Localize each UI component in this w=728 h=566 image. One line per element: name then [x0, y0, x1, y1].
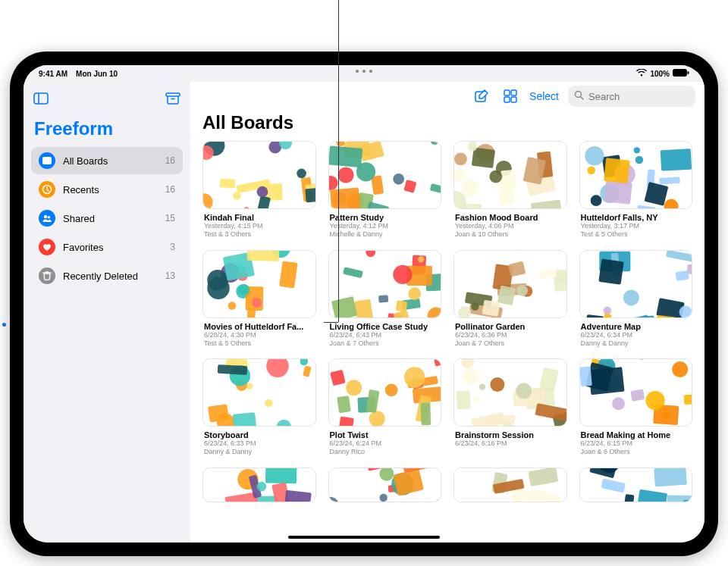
svg-rect-85 — [660, 149, 691, 170]
sidebar-item-all-boards[interactable]: All Boards 16 — [31, 147, 183, 174]
svg-point-176 — [346, 380, 362, 396]
page-title: All Boards — [202, 112, 692, 133]
board-card[interactable]: Brainstorm Session 6/23/24, 6:16 PM — [453, 358, 567, 457]
svg-point-96 — [238, 284, 249, 296]
board-card[interactable]: Storyboard 6/23/24, 6:33 PM Danny & Dann… — [202, 358, 316, 457]
svg-point-133 — [516, 285, 528, 296]
svg-rect-168 — [218, 364, 248, 375]
callout-line — [324, 322, 338, 323]
board-card[interactable]: Pollinator Garden 6/23/24, 6:36 PM Joan … — [453, 250, 567, 349]
board-collaborators: Joan & 7 Others — [330, 339, 441, 348]
svg-point-147 — [603, 306, 611, 314]
board-card[interactable] — [328, 467, 442, 502]
svg-rect-80 — [604, 180, 632, 205]
svg-point-118 — [417, 256, 423, 262]
svg-rect-84 — [604, 158, 630, 183]
board-date: 6/23/24, 6:34 PM — [581, 331, 692, 339]
board-card[interactable] — [453, 467, 567, 502]
svg-rect-2 — [34, 93, 48, 104]
board-thumbnail — [453, 250, 567, 318]
multitask-dots[interactable] — [356, 70, 372, 73]
search-box[interactable] — [568, 86, 695, 107]
board-date: Yesterday, 4:15 PM — [204, 222, 315, 230]
board-card[interactable]: Pattern Study Yesterday, 4:12 PM Michell… — [328, 141, 442, 239]
board-card[interactable]: Adventure Map 6/23/24, 6:34 PM Danny & D… — [579, 250, 693, 349]
svg-rect-11 — [504, 90, 510, 95]
board-title: Plot Twist — [330, 430, 441, 439]
board-thumbnail — [202, 358, 316, 427]
board-card[interactable]: Fashion Mood Board Yesterday, 4:06 PM Jo… — [453, 141, 567, 239]
board-card[interactable]: Plot Twist 6/23/24, 6:24 PM Danny Rico — [328, 358, 442, 457]
svg-rect-6 — [42, 157, 52, 164]
sidebar-item-recents[interactable]: Recents 16 — [31, 176, 183, 203]
svg-point-33 — [257, 186, 268, 198]
board-card[interactable]: Kindah Final Yesterday, 4:15 PM Test & 3… — [202, 141, 316, 239]
new-board-button[interactable] — [472, 86, 491, 106]
view-grid-button[interactable] — [500, 86, 520, 106]
board-date: Yesterday, 4:06 PM — [455, 222, 566, 230]
svg-rect-165 — [233, 412, 257, 426]
sidebar-item-recently-deleted[interactable]: Recently Deleted 13 — [31, 262, 183, 289]
svg-rect-35 — [220, 179, 236, 189]
svg-point-183 — [404, 367, 425, 387]
sidebar-item-favorites[interactable]: Favorites 3 — [31, 233, 183, 261]
board-thumbnail — [328, 250, 442, 318]
svg-point-55 — [461, 179, 479, 196]
svg-point-50 — [337, 167, 353, 183]
svg-point-184 — [384, 383, 397, 396]
svg-point-86 — [635, 156, 643, 164]
board-date: 6/23/24, 6:36 PM — [455, 331, 566, 339]
board-date: Yesterday, 4:12 PM — [330, 222, 441, 230]
svg-rect-58 — [472, 148, 495, 169]
board-collaborators: Test & 5 Others — [581, 230, 692, 239]
home-indicator[interactable] — [288, 536, 440, 539]
svg-point-67 — [468, 142, 478, 151]
callout-line — [338, 0, 339, 322]
svg-rect-135 — [482, 299, 500, 316]
board-collaborators: Test & 3 Others — [204, 230, 315, 239]
board-collaborators: Danny & Danny — [204, 448, 315, 456]
board-card[interactable]: Movies of Hutteldorf Fa... 6/28/24, 4:30… — [202, 250, 316, 349]
sidebar-toggle-button[interactable] — [31, 89, 51, 108]
board-card[interactable]: Bread Making at Home 6/23/24, 6:15 PM Jo… — [579, 358, 693, 457]
ipad-frame: 9:41 AM Mon Jun 10 100% — [10, 52, 718, 556]
svg-line-16 — [581, 97, 584, 100]
archive-button[interactable] — [163, 89, 183, 108]
svg-point-231 — [257, 481, 267, 491]
board-collaborators: Joan & 6 Others — [581, 448, 692, 456]
svg-rect-4 — [166, 93, 180, 96]
sidebar-item-count: 13 — [165, 270, 175, 281]
wifi-icon — [636, 69, 647, 78]
sidebar-item-icon — [39, 210, 55, 227]
svg-point-152 — [623, 289, 639, 305]
svg-point-101 — [207, 270, 228, 290]
sidebar-item-icon — [39, 152, 55, 169]
select-button[interactable]: Select — [529, 90, 559, 102]
sidebar-item-icon — [39, 181, 55, 198]
board-thumbnail — [579, 467, 693, 502]
board-collaborators: Danny Rico — [330, 448, 441, 456]
svg-rect-127 — [565, 317, 566, 317]
board-date: Yesterday, 3:17 PM — [581, 222, 692, 230]
svg-point-218 — [612, 397, 625, 410]
svg-point-98 — [252, 297, 262, 307]
board-collaborators: Joan & 7 Others — [455, 339, 566, 348]
sidebar-item-shared[interactable]: Shared 15 — [31, 205, 183, 232]
sidebar-item-icon — [39, 267, 55, 284]
board-card[interactable]: The Student Chronicle — [579, 467, 693, 502]
board-card[interactable] — [202, 467, 316, 502]
svg-point-193 — [490, 377, 504, 392]
app-title: Freeform — [34, 118, 180, 139]
board-thumbnail — [202, 250, 316, 318]
svg-point-28 — [297, 169, 306, 179]
board-card[interactable]: Living Office Case Study 6/23/24, 6:43 P… — [328, 250, 442, 349]
svg-point-78 — [633, 147, 639, 153]
svg-rect-0 — [673, 70, 687, 77]
svg-point-60 — [454, 153, 467, 166]
status-bar: 9:41 AM Mon Jun 10 100% — [24, 65, 704, 82]
board-thumbnail — [453, 358, 567, 427]
svg-point-157 — [246, 383, 253, 389]
board-date: 6/23/24, 6:24 PM — [330, 439, 441, 448]
search-input[interactable] — [588, 91, 704, 102]
board-card[interactable]: Hutteldorf Falls, NY Yesterday, 3:17 PM … — [579, 141, 693, 239]
